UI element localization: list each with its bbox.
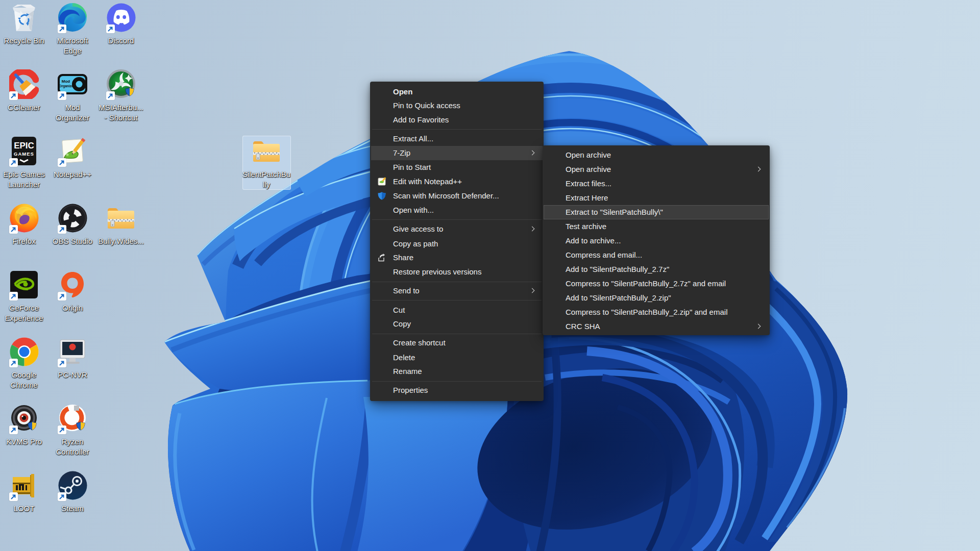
svg-text:EPIC: EPIC bbox=[14, 141, 34, 151]
svg-text:Organizer: Organizer bbox=[59, 84, 75, 88]
svg-text:Mod: Mod bbox=[62, 79, 70, 84]
svg-text:GAMES: GAMES bbox=[14, 151, 34, 157]
